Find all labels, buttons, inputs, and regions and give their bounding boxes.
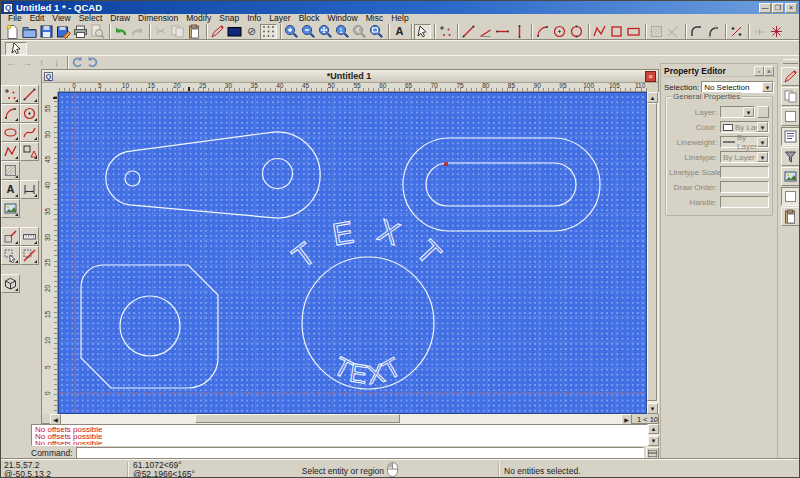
command-history-scrollbar[interactable]: ▲ ▼ [648,424,659,446]
linetypescale-field[interactable] [720,166,769,178]
hatch-tool-button[interactable] [648,24,665,40]
line-horizontal-button[interactable] [494,24,511,40]
plate-outline[interactable] [81,265,218,388]
zoom-1-1-button[interactable]: 1 [334,24,351,40]
scroll-up-button[interactable]: ▲ [647,92,658,103]
copy-button[interactable] [169,24,186,40]
arc-tool-button[interactable] [534,24,551,40]
chevron-down-icon[interactable]: ▼ [762,82,773,92]
shape-tools-button[interactable] [20,142,39,161]
history-scroll-up-button[interactable]: ▲ [648,424,659,434]
drawing-preferences-button[interactable] [209,24,226,40]
save-as-button[interactable] [55,24,72,40]
lengthen-tool-button[interactable] [728,24,745,40]
selection-tools-button[interactable] [1,246,20,265]
rotate-ccw-button[interactable] [70,56,85,69]
menu-window[interactable]: Window [323,14,361,23]
handle-field[interactable] [720,196,769,208]
line-angle-button[interactable] [477,24,494,40]
close-icon[interactable]: × [785,3,797,13]
line-vertical-button[interactable] [511,24,528,40]
toolbar-grip[interactable] [783,59,798,64]
rotate-cw-button[interactable] [85,56,100,69]
lever-outline[interactable] [106,132,320,218]
layer-list-button[interactable] [757,106,769,118]
polyline-tools-button[interactable] [1,142,20,161]
vertical-scrollbar[interactable]: ▲ ▼ [647,92,659,414]
lever-hole-small[interactable] [125,171,140,186]
draworder-field[interactable] [720,181,769,193]
arc-tools-button[interactable] [1,104,20,123]
selection-filter-dock-button[interactable] [781,147,800,166]
image-tools-button[interactable] [1,199,20,218]
print-button[interactable] [72,24,89,40]
line-tools-button[interactable] [20,85,39,104]
auto-zoom-button[interactable] [317,24,334,40]
drawing-close-button[interactable]: × [645,71,656,82]
script-shell-dock-button[interactable] [781,187,800,206]
menu-info[interactable]: Info [243,14,265,23]
vertical-scroll-thumb[interactable] [647,103,657,401]
print-preview-button[interactable] [89,24,106,40]
scroll-down-button[interactable]: ▼ [647,403,658,414]
point-tools-button[interactable] [1,85,20,104]
command-options-button[interactable] [646,447,659,459]
hatch-tools-button[interactable] [1,161,20,180]
deselect-tools-button[interactable] [20,246,39,265]
command-line-dock-button[interactable] [781,127,800,146]
undo-button[interactable] [112,24,129,40]
menu-help[interactable]: Help [387,14,412,23]
menu-layer[interactable]: Layer [265,14,294,23]
save-button[interactable] [38,24,55,40]
menu-draw[interactable]: Draw [106,14,134,23]
bevel-tool-button[interactable] [705,24,722,40]
grid-toggle-button[interactable] [260,24,277,40]
open-file-button[interactable] [21,24,38,40]
draft-mode-button[interactable]: ⊘ [243,24,260,40]
library-browser-dock-button[interactable] [781,167,800,186]
ellipse-tools-button[interactable] [1,123,20,142]
menu-file[interactable]: File [4,14,26,23]
previous-view-button[interactable] [351,24,368,40]
menu-modify[interactable]: Modify [182,14,215,23]
zoom-in-button[interactable] [283,24,300,40]
layer-combobox[interactable]: ▼ [720,106,755,118]
pan-right-button[interactable]: → [19,56,34,69]
zoom-window-button[interactable] [368,24,385,40]
line-two-points-button[interactable] [460,24,477,40]
layer-list-dock-button[interactable] [781,87,800,106]
block-list-dock-button[interactable] [781,107,800,126]
clipboard-dock-button[interactable] [781,207,800,226]
menu-view[interactable]: View [48,14,74,23]
modify-tools-button[interactable] [1,227,20,246]
menu-dimension[interactable]: Dimension [134,14,182,23]
background-color-button[interactable] [226,24,243,40]
dimension-tools-button[interactable] [20,180,39,199]
curved-text-upper[interactable]: TEXT [286,211,462,286]
projection-tools-button[interactable] [1,274,20,293]
pan-down-button[interactable]: ↓ [49,56,64,69]
circle-tools-button[interactable] [20,104,39,123]
pan-up-button[interactable]: ↑ [34,56,49,69]
new-file-button[interactable] [4,24,21,40]
menu-block[interactable]: Block [295,14,324,23]
menu-edit[interactable]: Edit [26,14,49,23]
drawing-canvas[interactable]: TEXT TEXT [58,92,647,414]
paste-button[interactable] [186,24,203,40]
horizontal-scroll-thumb[interactable] [195,414,400,423]
cut-button[interactable]: ✂ [152,24,169,40]
measure-tools-button[interactable] [20,227,39,246]
min-icon[interactable]: — [759,3,771,13]
divide-tool-button[interactable] [751,24,768,40]
menu-snap[interactable]: Snap [215,14,243,23]
command-input[interactable] [76,447,644,459]
point-tool-button[interactable] [437,24,454,40]
rectangle-tool-button[interactable] [608,24,625,40]
menu-misc[interactable]: Misc [362,14,387,23]
current-tool-pointer-button[interactable] [5,42,27,55]
round-tool-button[interactable] [688,24,705,40]
text-tool-button[interactable]: A [391,24,408,40]
lineweight-combobox[interactable]: By Layer▼ [720,136,769,148]
max-icon[interactable]: ❐ [772,3,784,13]
selection-pointer-button[interactable] [414,24,431,40]
